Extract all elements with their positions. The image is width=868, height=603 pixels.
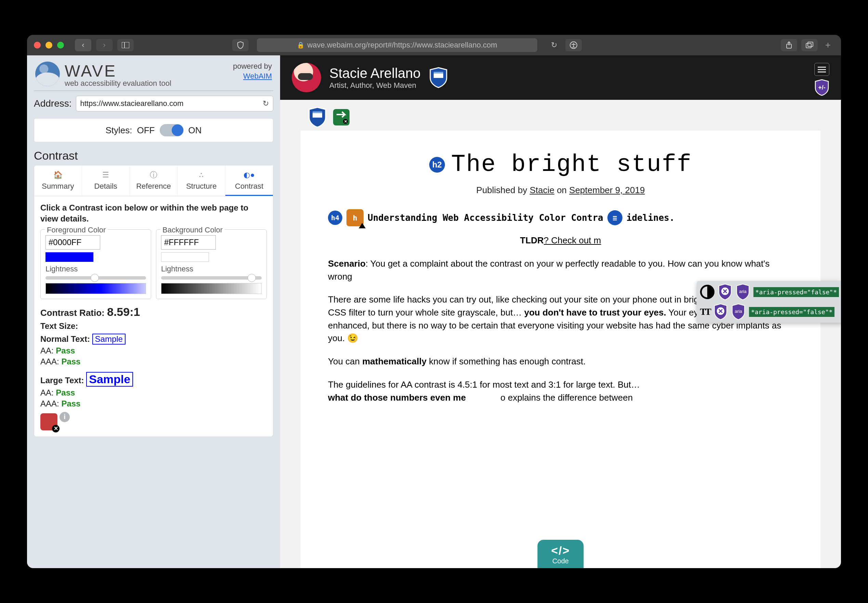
pub-date-link[interactable]: September 9, 2019 (569, 185, 645, 195)
url-text: wave.webaim.org/report#/https://www.stac… (307, 41, 497, 49)
minimize-window-button[interactable] (45, 42, 52, 48)
back-button[interactable]: ‹ (75, 39, 91, 51)
aa-result-large: Pass (56, 388, 75, 397)
section-title: Contrast (34, 149, 273, 162)
address-input[interactable]: https://www.staciearellano.com ↻ (76, 96, 274, 111)
panel-tabs: 🏠 Summary ☰ Details ⓘ Reference ⛬ Struct… (34, 165, 273, 196)
styles-label: Styles: (105, 125, 132, 136)
code-tab[interactable]: </> Code (538, 540, 584, 568)
styles-toggle-row: Styles: OFF ON (34, 118, 273, 142)
svg-rect-0 (122, 42, 129, 48)
svg-rect-11 (313, 111, 322, 113)
skip-link-icon[interactable]: ✕ (331, 107, 351, 128)
aria-label-icon[interactable]: aria (736, 284, 750, 300)
share-button[interactable] (781, 39, 797, 51)
address-value: https://www.staciearellano.com (80, 99, 184, 108)
svg-rect-6 (808, 42, 813, 46)
aria-hidden-icon[interactable] (713, 303, 728, 320)
bg-legend: Background Color (160, 226, 225, 235)
contrast-panel: Click a Contrast icon below or within th… (34, 196, 273, 437)
tab-summary[interactable]: 🏠 Summary (34, 165, 82, 196)
tab-structure[interactable]: ⛬ Structure (178, 165, 225, 196)
contrast-toggle-icon[interactable] (700, 285, 715, 299)
maximize-window-button[interactable] (57, 42, 64, 48)
ratio-value: 8.59:1 (107, 305, 140, 318)
aaa-result: Pass (61, 357, 80, 366)
aria-hidden-icon[interactable] (718, 284, 732, 300)
tabs-button[interactable] (801, 39, 818, 51)
close-window-button[interactable] (34, 42, 41, 48)
heading-skip-icon[interactable]: h (347, 209, 364, 226)
svg-text:aria: aria (735, 309, 742, 314)
accessibility-button[interactable] (565, 39, 582, 51)
fg-hex-input[interactable] (45, 235, 100, 249)
aa-label: AA: (40, 346, 54, 355)
window-controls (34, 42, 64, 48)
pub-prefix: Published by (477, 185, 530, 195)
tab-details[interactable]: ☰ Details (82, 165, 130, 196)
aa-result: Pass (56, 346, 75, 355)
bg-lightness-label: Lightness (161, 264, 261, 274)
large-label: Large Text: (40, 376, 84, 385)
styles-on: ON (189, 125, 202, 136)
p1-body: : You get a complaint about the contrast… (328, 258, 769, 282)
page-subtitle: Artist, Author, Web Maven (330, 81, 421, 90)
privacy-report-button[interactable] (232, 39, 249, 51)
h4-badge-icon[interactable]: h4 (328, 210, 342, 225)
aa-label-large: AA: (40, 388, 54, 397)
powered-by-label: powered by (233, 62, 272, 70)
h2-badge-icon[interactable]: h2 (429, 157, 445, 173)
tab-label: Reference (136, 182, 171, 191)
tab-reference[interactable]: ⓘ Reference (130, 165, 178, 196)
aaa-result-large: Pass (61, 399, 80, 408)
reload-button[interactable]: ↻ (548, 39, 560, 52)
error-x-icon: ✕ (52, 425, 59, 433)
article-title: The bright stuff (451, 151, 692, 178)
bg-hex-input[interactable] (161, 235, 216, 249)
aria-snippet: *aria-pressed="false"* (749, 307, 834, 317)
url-bar[interactable]: 🔒 wave.webaim.org/report#/https://www.st… (257, 38, 537, 52)
p3-c: know if something has enough contrast. (427, 356, 585, 366)
address-reload-icon[interactable]: ↻ (263, 99, 269, 108)
header-marker-icon[interactable] (308, 107, 327, 128)
tab-label: Summary (42, 182, 74, 191)
forward-button[interactable]: › (96, 39, 113, 51)
contrast-info-icon[interactable]: i (59, 412, 70, 422)
pub-author-link[interactable]: Stacie (530, 185, 554, 195)
text-size-icon[interactable]: TT (700, 306, 710, 317)
aria-label-icon[interactable]: aria (731, 303, 746, 320)
fg-lightness-slider[interactable] (45, 276, 146, 280)
tldr-label: TLDR (520, 235, 544, 246)
scenario-label: Scenario (328, 258, 365, 269)
aria-snippet: *aria-pressed="false"* (754, 287, 839, 297)
webaim-link[interactable]: WebAIM (243, 72, 272, 80)
code-label: Code (552, 557, 569, 565)
h4-text-pre: Understanding Web Accessibility Color Co… (368, 213, 603, 223)
h4-text-post: idelines. (627, 213, 675, 223)
tab-label: Details (94, 182, 117, 191)
hamburger-menu[interactable] (814, 63, 829, 76)
p3-a: You can (328, 356, 362, 366)
browser-window: ‹ › 🔒 wave.webaim.org/report#/https://ww… (27, 35, 841, 568)
tree-icon: ⛬ (196, 170, 207, 181)
fg-lightness-label: Lightness (45, 264, 146, 274)
aaa-label-large: AAA: (40, 399, 59, 408)
tab-contrast[interactable]: ◐● Contrast (225, 165, 273, 196)
list-badge-icon[interactable]: ≡ (607, 210, 622, 225)
tldr-link[interactable]: Check out m (551, 235, 601, 246)
address-label: Address: (34, 98, 72, 109)
page-header: Stacie Arellano Artist, Author, Web Mave… (280, 56, 841, 100)
foreground-box: Foreground Color Lightness (40, 229, 151, 299)
styles-toggle[interactable] (160, 124, 184, 136)
bg-lightness-slider[interactable] (161, 276, 261, 280)
sidebar-toggle-button[interactable] (117, 39, 134, 51)
new-tab-button[interactable]: + (822, 39, 834, 51)
rendered-page: Stacie Arellano Artist, Author, Web Mave… (280, 56, 841, 568)
header-shield-icon (429, 67, 448, 88)
large-sample: Sample (86, 372, 133, 387)
contrast-error-icon[interactable]: ✕ (40, 413, 57, 430)
background-box: Background Color Lightness (156, 229, 267, 299)
text-size-label: Text Size: (40, 321, 267, 331)
contrast-instructions: Click a Contrast icon below or within th… (40, 203, 267, 224)
aaa-label: AAA: (40, 357, 59, 366)
